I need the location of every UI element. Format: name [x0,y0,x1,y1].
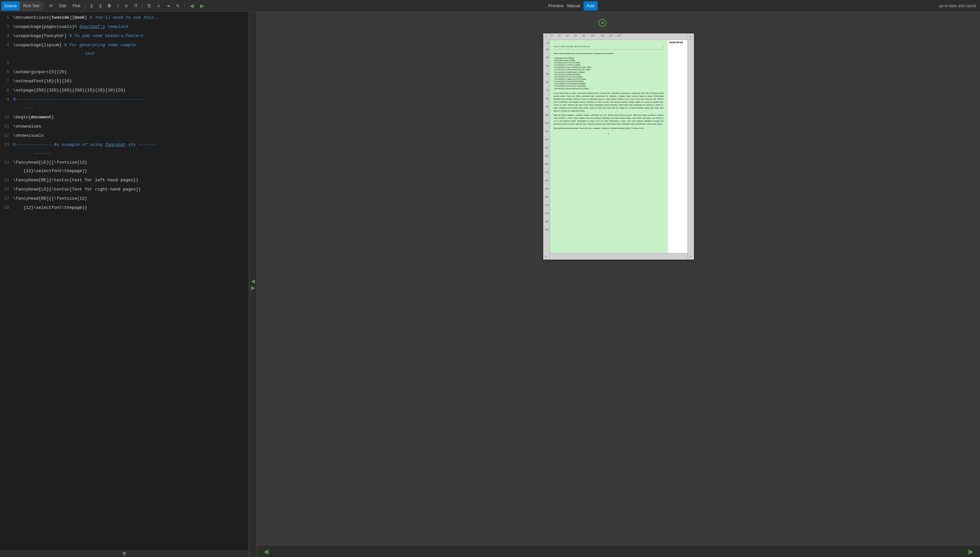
preview-prev-btn[interactable]: ◀ [261,546,271,557]
line-num-3: 3 [0,32,13,40]
line-content-17[interactable]: \fancyhead[RO]{{\fontsize{12} [13,194,249,203]
line-content-15[interactable]: \fancyhead[RE]{\textsc{text for left-han… [13,176,249,184]
ruler-mark-60: 60 [574,34,577,37]
collapse-left-btn[interactable]: ◀ [251,278,255,284]
line-content-12[interactable]: \showvisuals [13,132,249,140]
overleaf-icon: ☉ [598,17,607,29]
code-line-11: 11 \showvalues [0,122,249,131]
ruler-left-160: 160 [545,163,549,166]
line-content-13[interactable]: %-------------- An example of using fanc… [13,141,249,158]
sigma-btn[interactable]: Π [131,1,140,10]
page-body: 10 20 30 40 50 60 70 80 90 100 110 120 1… [543,40,694,253]
line-num-12: 12 [0,132,13,140]
ruler-left-110: 110 [545,122,549,125]
overleaf-logo: ☉ verleaf [598,17,639,29]
code-line-7: 7 \setheadfoot{10}{5}{10} [0,77,249,86]
expand-right-btn[interactable]: ▶ [251,285,255,290]
list-btn[interactable]: ☰ [144,1,154,10]
lorem-text: Lorem ipsum dolor sit amet, consectetuer… [554,92,664,112]
line-num-17: 17 [0,194,13,203]
status-text: up-to-date and saved [939,3,979,8]
pi-btn[interactable]: π [122,1,131,10]
line-content-7[interactable]: \setheadfoot{10}{5}{10} [13,77,249,86]
top-ruler: 0 20 40 60 80 100 120 140 160 [550,33,687,40]
line-content-16[interactable]: \fancyhead[LO]{\textsc{Text for right-ha… [13,185,249,194]
line-content-1[interactable]: \documentclass[twoside]{book} % You'll n… [13,13,249,22]
code-line-9: 9 %-------------------------------------… [0,95,249,113]
preview-scroll[interactable]: ☉ verleaf ✛ 0 20 40 60 80 100 120 [257,12,980,545]
line-content-11[interactable]: \showvalues [13,122,249,131]
line-content-18[interactable]: {12}\selectfont\thepage}} [13,204,249,212]
ruler-mark-0: 0 [552,34,553,37]
code-line-14: 14 \fancyhead[LE]{{\fontsize{12} {12}\se… [0,158,249,176]
line-content-8[interactable]: \setpage{250}{320}{160}{250}{15}{18}{10}… [13,86,249,95]
line-content-14[interactable]: \fancyhead[LE]{{\fontsize{12} {12}\selec… [13,158,249,175]
line-content-4[interactable]: \usepackage{lipsum} % For generating som… [13,41,249,58]
code-line-6: 6 \setmarginpars{5}{25} [0,68,249,77]
marginpar-label: MARGINPAR [669,41,686,44]
line-num-5: 5 [0,59,13,67]
line-content-3[interactable]: \usepackage{fancyhdr} % To add some head… [13,32,249,40]
line-num-6: 6 [0,68,13,77]
italic-btn[interactable]: I [114,1,121,10]
ruler-mark-20: 20 [558,34,561,37]
line-content-9[interactable]: %---------------------------------------… [13,95,249,112]
divider-3 [142,2,143,10]
refresh-btn[interactable]: ↻ [173,1,182,10]
line-num-15: 15 [0,176,13,184]
history-icon: ⟳ [49,3,53,8]
ruler-left-80: 80 [546,98,548,100]
code-line-18: 18 {12}\selectfont\thepage}} [0,203,249,212]
edit-btn[interactable]: Edit [56,1,69,10]
preview-next-btn[interactable]: ▶ [966,546,976,557]
manual-btn[interactable]: Manual [564,1,583,10]
editor-scroll-down[interactable]: ▼ [118,549,130,557]
ruler-left-100: 100 [545,114,549,116]
section-btn[interactable]: § [96,1,104,10]
right-ruler [687,40,694,253]
code-line-15: 15 \fancyhead[RE]{\textsc{text for left-… [0,176,249,185]
nav-right-btn[interactable]: ▶ [197,1,207,10]
auto-btn[interactable]: Auto [584,1,598,10]
ruler-left-220: 220 [545,212,549,215]
ruler-mark-140: 140 [609,34,613,37]
code-line-3: 3 \usepackage{fancyhdr} % To add some he… [0,31,249,41]
line-num-9: 9 [0,95,13,104]
indent-btn[interactable]: ⇥ [164,1,173,10]
ruler-left-90: 90 [546,106,548,108]
bottom-ruler [550,253,687,260]
nav-left-btn[interactable]: ◀ [187,1,196,10]
divider-2 [85,2,86,10]
line-content-6[interactable]: \setmarginpars{5}{25} [13,68,249,77]
line-num-18: 18 [0,204,13,212]
line-num-2: 2 [0,23,13,31]
ruler-left-50: 50 [546,73,548,75]
history-btn[interactable]: ⟳ [47,1,56,10]
lorem3-text: Nulla malesuada porttitor diam. Donec fe… [554,127,664,130]
line-content-2[interactable]: \usepackage{pagevisuals}% Overleaf's tem… [13,23,249,31]
list2-btn[interactable]: ≡ [155,1,163,10]
code-block: \pdfpagewidth=250mm \pdfpageheight=320mm… [554,57,664,90]
line-content-10[interactable]: \begin{document} [13,113,249,122]
ruler-corner-tr: ✛ [687,33,694,40]
ruler-corner-br: ✛ [687,253,694,260]
ruler-left-170: 170 [545,171,549,174]
ruler-left-70: 70 [546,89,548,92]
line-num-1: 1 [0,13,13,22]
editor-scroll[interactable]: 1 \documentclass[twoside]{book} % You'll… [0,12,249,550]
richtext-tab[interactable]: Rich Text [20,1,42,10]
overleaf-text: verleaf [610,19,639,29]
line-content-5[interactable] [13,59,249,67]
editor-footer: ▼ [0,550,249,557]
editor-pane: 1 \documentclass[twoside]{book} % You'll… [0,12,249,557]
preview-label: Preview [548,3,563,8]
bold-btn[interactable]: B [105,1,114,10]
line-num-11: 11 [0,122,13,131]
lorem2-text: Nam dui ligula, fringilla a, euismod sod… [554,114,664,125]
overleaf-logo-area: ☉ verleaf [598,17,639,33]
source-tab[interactable]: Source [1,1,19,10]
page-content: Text for right-hand pages 1 These values… [550,40,668,253]
find-btn[interactable]: Find [70,1,83,10]
editor-content: 1 \documentclass[twoside]{book} % You'll… [0,12,249,214]
paragraph-btn[interactable]: § [88,1,96,10]
